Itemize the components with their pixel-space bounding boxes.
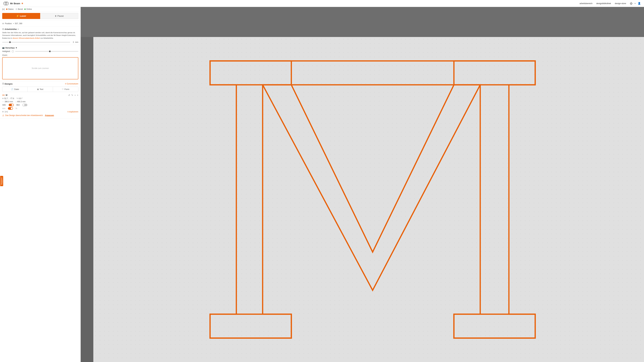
adjust-link[interactable]: Anpassen [45,114,54,116]
grid-val: 1×1 [4,111,8,113]
logo-star: ✳ [21,2,23,5]
brightness-slider[interactable] [15,51,78,52]
design-name-row: M [2,94,8,96]
design-color-stripe [2,95,5,95]
status-x-label: [x] [2,8,4,10]
power-icon[interactable]: ⏻ [630,2,632,5]
oba-label: 0BA [16,104,20,106]
reset-button[interactable]: ↺ Zurücksetzen [65,83,78,85]
user-icon[interactable]: 👤 [638,2,641,5]
design-edit-btn[interactable]: ✎ [71,94,73,96]
arbeitshoehe-link[interactable]: diesem Wissensdatenbank-Artikel [12,37,40,39]
width-val: 386.0 mm [4,100,13,103]
brightness-label: Helligkeit: [2,50,10,52]
header: Mr Beam ✳ arbeitsbereich designbibliothe… [0,0,644,7]
pause-button[interactable]: ⏸ Pause [40,13,78,19]
arbeitshoehe-list-icon: ☰ [2,28,4,30]
position-display: ⊕ Position: ▾ 507, 390 [2,22,78,25]
svg-point-2 [5,2,6,3]
arbeitshoehe-caret: ▾ [18,28,19,30]
status-bereit-icon: ⊙ [16,8,17,10]
status-bereit-label: Bereit [18,8,23,10]
logo-text: Mr Beam [10,2,20,5]
position-label: Position: [5,22,12,25]
arbeitshoehe-title[interactable]: ☰ Arbeitshöhe: ▾ [2,28,78,30]
vorschau-title[interactable]: 📷 Vorschau: ▾ [2,47,78,49]
oba-knob [22,104,24,106]
abc-toggle[interactable] [9,104,14,106]
pct-unit-label: % [16,107,17,109]
arbeitshoehe-slider[interactable] [2,42,70,42]
design-grid-row: ⊞ 1×1 ⎘ duplizieren [2,111,78,113]
oba-switch[interactable] [22,104,27,106]
abc-switch[interactable] [9,104,14,106]
grid-icon: ⊞ [2,111,4,113]
arbeitshoehe-title-text: Arbeitshöhe: [4,28,17,30]
design-actions: ↺ ✎ + × [68,94,78,96]
logo-icon [3,1,9,5]
canvas-area[interactable] [81,7,644,362]
design-warning: ⚠ Das Design überschreitet den Arbeitsbe… [2,114,78,117]
laser-button[interactable]: ⚡ Laser [2,13,40,19]
oba-toggle[interactable] [22,104,27,106]
nav-design-store[interactable]: design-store [615,2,626,4]
position-caret: ▾ [13,22,14,24]
position-section: ⊕ Position: ▾ 507, 390 [0,21,80,26]
position-prop-icon: ⊕ [2,97,4,99]
design-close-btn[interactable]: × [77,94,78,96]
vorschau-camera-icon: 📷 [2,47,4,49]
zoom-box[interactable]: Scrolle zum zoomen [2,57,78,79]
support-tab[interactable]: Support [0,176,3,186]
arbeitshoehe-link-suffix: zur Arbeitshöhe. [40,37,54,39]
design-unit-props: mm % [2,107,78,110]
duplicate-button[interactable]: ⎘ duplizieren [68,111,78,113]
arbeitshoehe-value: 3 [71,41,74,43]
arbeitshoehe-section: ☰ Arbeitshöhe: ▾ Stelle hier die Höhe ei… [0,26,80,45]
tab-datei-label: Datei [14,88,19,90]
rotation-val: 0.0 ° [19,97,22,100]
brightness-row: Helligkeit: [2,50,78,52]
status-bar: [x] Status: ⊙ Bereit Online [0,7,80,11]
tab-form[interactable]: ♡ Form [53,87,78,92]
mm-toggle[interactable] [8,107,13,110]
height-arrow-icon: ↕ [16,101,16,103]
rotation-icon: ↻ [16,97,18,99]
sidebar: [x] Status: ⊙ Bereit Online ⚡ Laser ⏸ Pa… [0,7,81,362]
tab-datei[interactable]: 📄 Datei [2,87,28,92]
tab-text-label: Text [40,88,43,90]
main-layout: [x] Status: ⊙ Bereit Online ⚡ Laser ⏸ Pa… [0,7,644,362]
status-status: Status: [6,8,14,10]
canvas-left-strip [81,37,93,362]
tab-text[interactable]: A Text [28,87,53,92]
brightness-sun-icon [12,50,14,52]
tab-form-label: Form [64,88,69,90]
nav-arbeitsbereich[interactable]: arbeitsbereich [580,2,592,4]
designs-header: ☰ Designs ↺ Zurücksetzen [2,83,78,85]
design-width-prop: ↔ 386.0 mm [2,100,13,103]
header-nav: arbeitsbereich designbibliothek design-s… [580,2,641,5]
designs-section: ☰ Designs ↺ Zurücksetzen 📄 Datei A Text [0,81,80,118]
mm-knob [11,107,13,109]
mm-unit-label: mm [2,107,6,109]
design-size-props: ↔ 386.0 mm ↕ 490.3 mm [2,100,78,103]
abc-label: ABC [2,104,6,106]
caret-power-icon[interactable]: ▾ [635,2,636,4]
svg-point-3 [6,2,7,3]
logo: Mr Beam ✳ [3,1,23,5]
form-heart-icon: ♡ [62,88,64,90]
design-add-btn[interactable]: + [74,94,76,96]
nav-designbibliothek[interactable]: designbibliothek [596,2,611,4]
design-props: ⊕ 52.7, -77.6 ↻ 0.0 ° [2,97,78,100]
reset-label: Zurücksetzen [67,83,78,85]
design-height-prop: ↕ 490.3 mm [16,100,26,103]
mm-switch[interactable] [8,107,13,110]
warning-triangle-icon: ⚠ [2,114,4,117]
design-refresh-btn[interactable]: ↺ [68,94,70,96]
reset-icon: ↺ [65,83,66,85]
design-position-prop: ⊕ 52.7, -77.6 [2,97,14,100]
designs-list-icon: ☰ [2,83,4,85]
abc-knob [12,104,14,106]
vorschau-caret: ▾ [16,47,17,49]
position-x-val: 52.7 [4,97,8,100]
zoom-placeholder: Scrolle zum zoomen [32,67,49,69]
